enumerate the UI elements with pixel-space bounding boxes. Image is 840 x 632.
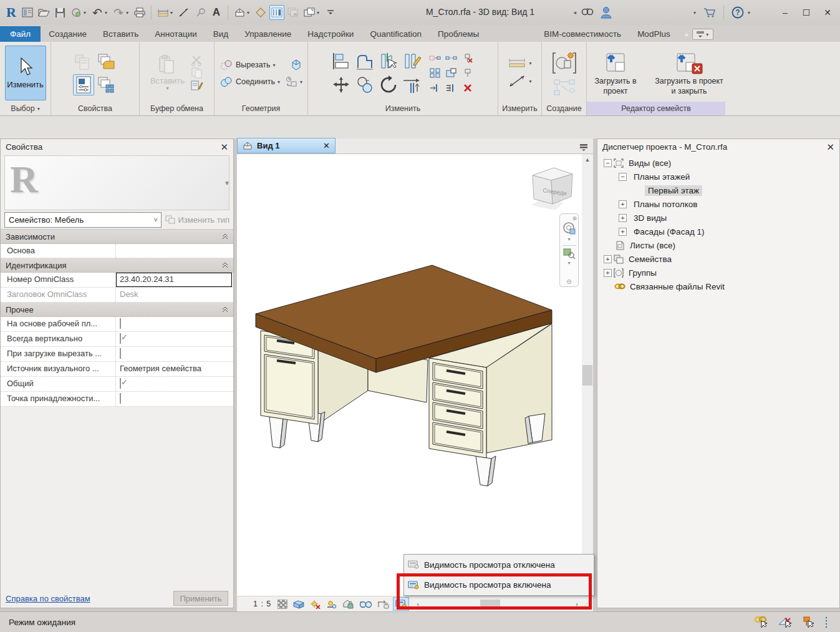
horizontal-scrollbar[interactable]: ‹ › [413,599,582,609]
project-browser-close-icon[interactable]: ✕ [826,142,834,153]
type-selector[interactable]: Семейство: Мебель ˅ [4,212,162,228]
redo-dropdown-icon[interactable]: ▾ [126,10,131,16]
offset-icon[interactable] [444,51,459,65]
vertical-scroll-thumb[interactable] [582,365,592,386]
panel-select-label[interactable]: Выбор▾ [0,102,51,115]
drawing-canvas[interactable]: Спереди ⊗ ▾ ▾ ⊖ [237,154,582,596]
family-types-button[interactable] [73,51,94,72]
tab-quantification[interactable]: Quantification [362,27,430,42]
tree-item-groups[interactable]: + Группы [597,266,839,280]
pin-icon[interactable] [460,66,475,80]
steering-wheel-icon[interactable] [562,221,576,235]
tree-item-floor-plans[interactable]: − Планы этажей [597,170,839,183]
copy-element-icon[interactable] [354,74,375,95]
print-icon[interactable] [132,5,147,20]
preview-visibility-button[interactable] [393,597,409,611]
scroll-right-icon[interactable]: › [572,599,582,609]
paste-dropdown-icon[interactable]: ▾ [166,85,168,91]
rotate-icon[interactable] [378,74,399,95]
load-into-project-close-button[interactable]: Загрузить в проект и закрыть [652,50,727,96]
preview-dropdown-icon[interactable]: ▼ [224,180,230,187]
panel-geometry-label[interactable]: Геометрия [215,102,307,115]
tree-item-revit-links[interactable]: Связанные файлы Revit [597,280,839,293]
switch-windows-dropdown-icon[interactable]: ▾ [317,10,322,16]
section-identity[interactable]: Идентификация [1,258,233,273]
zoom-tool-icon[interactable] [563,248,576,259]
mirror-icon[interactable] [444,66,459,80]
tab-manage[interactable]: Управление [236,27,299,42]
expand-box-icon[interactable]: + [604,269,612,277]
tree-item-families[interactable]: + Семейства [597,252,839,266]
edit-type-button[interactable]: Изменить тип [165,215,229,225]
3d-view-dropdown-icon[interactable]: ▾ [247,10,252,16]
trim-extend-icon[interactable] [402,74,423,95]
tag-icon[interactable] [193,5,208,20]
property-row-shared[interactable]: Общий [1,377,233,392]
tab-modplus[interactable]: ModPlus [629,27,678,42]
viewcube[interactable]: Спереди [524,159,581,215]
zoom-dropdown-icon[interactable]: ▾ [567,260,570,266]
connectors-dropdown-icon[interactable]: ▾ [300,79,302,85]
scale-icon[interactable] [428,51,443,65]
property-row-host[interactable]: Основа [1,244,233,258]
revit-logo-icon[interactable]: R [4,5,19,20]
property-row-omniclass-number[interactable]: Номер OmniClass 23.40.20.24.31 [1,273,233,288]
view-tab-close-icon[interactable]: ✕ [323,141,330,150]
array-icon[interactable] [428,66,443,80]
collapse-box-icon[interactable]: − [619,173,627,181]
tab-overflow-icon[interactable]: » [685,31,688,38]
open-icon[interactable] [36,5,51,20]
search-collapse-icon[interactable]: ◂ [573,9,576,16]
sync-dropdown-icon[interactable]: ▾ [84,10,89,16]
account-dropdown-icon[interactable]: ▾ [693,10,698,16]
measure-between-icon[interactable] [508,58,526,68]
switch-windows-icon[interactable] [302,5,317,20]
tree-item-ceiling-plans[interactable]: + Планы потолков [597,197,839,211]
undo-icon[interactable]: ↶ [90,5,105,20]
load-into-project-button[interactable]: Загрузить в проект [586,50,645,96]
measure-icon[interactable] [155,5,170,20]
customize-qat-icon[interactable] [323,5,338,20]
tree-item-views[interactable]: − Виды (все) [597,156,839,170]
popup-item-preview-on[interactable]: Видимость просмотра включена [404,575,594,596]
tree-item-first-floor[interactable]: Первый этаж [597,183,839,197]
split-element-icon[interactable] [378,51,399,72]
save-icon[interactable] [52,5,67,20]
resize-grip-icon[interactable]: ⋰ [584,600,592,608]
ribbon-toggle-dropdown-icon[interactable]: ▾ [706,32,708,37]
select-panel-dropdown-icon[interactable]: ▾ [37,106,40,112]
type-preview[interactable]: R ▼ [4,155,229,210]
horizontal-scroll-thumb[interactable] [480,600,500,608]
tab-create[interactable]: Создание [41,27,95,42]
modify-tool-button[interactable]: Изменить [5,46,46,100]
panel-properties-label[interactable]: Свойства [51,102,139,115]
detail-level-icon[interactable] [278,600,287,609]
properties-palette-button[interactable] [73,74,94,95]
measure-dropdown-icon[interactable]: ▾ [529,61,531,66]
property-row-visual-source[interactable]: Источник визуального ... Геометрия семей… [1,362,233,377]
panel-family-editor-label[interactable]: Редактор семейств [587,102,725,115]
properties-help-link[interactable]: Справка по свойствам [6,594,90,603]
tab-view[interactable]: Вид [205,27,236,42]
tab-addins[interactable]: Надстройки [299,27,362,42]
move-icon[interactable] [331,74,352,95]
paste-button[interactable]: Вставить ▾ [150,55,185,91]
join-geometry-dropdown-icon[interactable]: ▾ [278,79,280,85]
delete-icon[interactable] [460,81,475,95]
expand-box-icon[interactable]: + [619,228,627,236]
navigation-bar[interactable]: ⊗ ▾ ▾ ⊖ [559,213,579,287]
tab-bim-compat[interactable]: BIM-совместимость [536,27,629,42]
workplane-based-checkbox[interactable] [120,318,121,329]
popup-item-preview-off[interactable]: Видимость просмотра отключена [404,555,594,575]
section-icon[interactable] [253,5,268,20]
aligned-dimension-icon[interactable] [176,5,191,20]
panel-measure-label[interactable]: Измерить [498,102,541,115]
match-type-icon[interactable] [191,80,203,91]
align-multi-icon[interactable] [444,81,459,95]
align-icon[interactable] [331,51,352,72]
property-row-always-vertical[interactable]: Всегда вертикально [1,332,233,347]
account-user-icon[interactable] [599,5,614,20]
scale-button[interactable]: 1 : 5 [237,600,278,608]
expand-box-icon[interactable]: + [604,255,612,263]
sync-icon[interactable] [69,5,84,20]
